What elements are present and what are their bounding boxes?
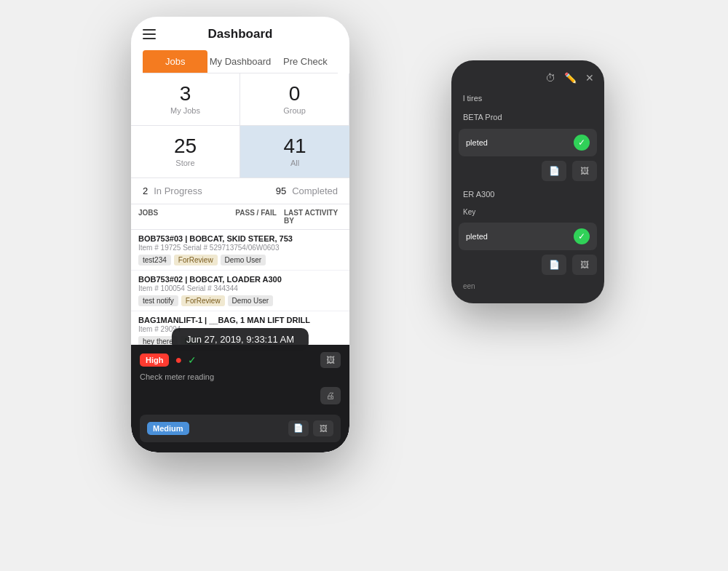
back-completed2-badge: ✓ [574,228,590,244]
stat-group-number: 0 [240,84,349,104]
stat-store-label: Store [131,159,240,167]
job-sub-1: Item # 19725 Serial # 529713754/06W0603 [138,244,342,252]
col-last-activity: LAST ACTIVITY BY [284,209,342,225]
job-row-1[interactable]: BOB753#03 | BOBCAT, SKID STEER, 753 Item… [131,230,349,271]
high-image-btn[interactable]: 🖼 [320,352,341,368]
job-title-1: BOB753#03 | BOBCAT, SKID STEER, 753 [138,234,342,243]
stat-group-label: Group [240,106,349,115]
jobs-table-header: JOBS PASS / FAIL LAST ACTIVITY BY [131,204,349,230]
medium-actions: 📄 🖼 [288,420,333,436]
stat-store-number: 25 [131,136,240,156]
tab-jobs[interactable]: Jobs [143,50,207,73]
phone-header: Dashboard Jobs My Dashboard Pre Check [131,17,349,73]
hamburger-menu[interactable] [143,29,156,39]
back-beta-prod: BETA Prod [459,110,597,124]
job-row-2[interactable]: BOB753#02 | BOBCAT, LOADER A300 Item # 1… [131,271,349,311]
medium-badge: Medium [147,422,189,435]
completed-count: 95 [276,185,286,196]
scene: ⏱ ✏️ ✕ l tires BETA Prod pleted ✓ 📄 🖼 ER… [109,17,619,555]
high-priority-row: High ● ✓ 🖼 [140,352,341,368]
back-doc-btn2[interactable]: 📄 [542,255,566,275]
job-sub-2: Item # 100054 Serial # 344344 [138,284,342,292]
title-bar: Dashboard [143,27,338,41]
job-title-3: BAG1MANLIFT-1 | __BAG, 1 MAN LIFT DRILL [138,316,342,324]
back-actions: 📄 🖼 [459,161,597,181]
back-loader-label: ER A300 [459,187,597,201]
in-progress-label: In Progress [154,185,202,196]
back-completed2-text: pleted [466,232,488,241]
check-meter-label: Check meter reading [140,372,341,381]
stat-all-label: All [240,159,349,167]
timestamp-overlay: Jun 27, 2019, 9:33:11 AM [172,328,309,351]
timer-icon-back[interactable]: ⏱ [545,72,555,84]
tag-user-2: Demo User [228,295,274,306]
col-jobs: JOBS [138,209,235,225]
medium-priority-row: Medium 📄 🖼 [140,415,341,442]
medium-img-btn[interactable]: 🖼 [313,420,333,436]
edit-icon-back[interactable]: ✏️ [564,72,577,84]
back-completed-text: pleted [466,138,488,147]
in-progress-count: 2 [143,185,148,196]
back-doc-btn[interactable]: 📄 [542,161,566,181]
back-completed-badge: ✓ [574,135,590,151]
high-dot-icon: ● [175,354,182,367]
timestamp-text: Jun 27, 2019, 9:33:11 AM [186,334,294,345]
back-tires-label: l tires [459,91,597,105]
job-title-2: BOB753#02 | BOBCAT, LOADER A300 [138,275,342,284]
tag-status-1: ForReview [174,255,218,265]
back-img-btn[interactable]: 🖼 [572,161,597,181]
stat-all[interactable]: 41 All [240,125,349,177]
progress-row: 2 In Progress 95 Completed [131,178,349,204]
close-icon-back[interactable]: ✕ [585,72,594,84]
completed-label: Completed [292,185,338,196]
back-completed2-row: pleted ✓ [459,223,597,250]
stat-my-jobs-label: My Jobs [131,106,240,115]
high-badge: High [140,354,169,367]
tag-status-2: ForReview [181,295,225,306]
tab-bar: Jobs My Dashboard Pre Check [143,50,338,73]
stat-all-number: 41 [240,136,349,156]
print-button[interactable]: 🖨 [320,387,341,404]
stat-group: 0 Group [240,73,349,125]
back-key-label: Key [459,206,597,218]
medium-doc-btn[interactable]: 📄 [288,420,309,436]
tag-user-1: Demo User [221,255,266,265]
page-title: Dashboard [208,27,273,41]
stat-my-jobs-number: 3 [131,84,240,104]
phone-back: ⏱ ✏️ ✕ l tires BETA Prod pleted ✓ 📄 🖼 ER… [451,60,604,303]
phone-front: Dashboard Jobs My Dashboard Pre Check 3 … [131,17,349,452]
back-completed-row: pleted ✓ [459,129,597,156]
col-pass-fail: PASS / FAIL [235,209,284,225]
bottom-overlay: High ● ✓ 🖼 Check meter reading 🖨 Medium … [131,345,349,452]
tag-name-1: test234 [138,255,171,265]
back-green-label: een [459,281,597,292]
tab-my-dashboard[interactable]: My Dashboard [207,50,272,73]
high-check-icon: ✓ [188,354,197,366]
stat-store: 25 Store [131,125,240,177]
stats-grid: 3 My Jobs 0 Group 25 Store 41 All [131,73,349,178]
job-tags-1: test234 ForReview Demo User [138,255,342,265]
tab-pre-check[interactable]: Pre Check [273,50,338,73]
stat-my-jobs: 3 My Jobs [131,73,240,125]
job-tags-2: test notify ForReview Demo User [138,295,342,306]
tag-name-2: test notify [138,295,178,306]
back-actions2: 📄 🖼 [459,255,597,275]
back-phone-header: ⏱ ✏️ ✕ [459,72,597,84]
back-img-btn2[interactable]: 🖼 [572,255,597,275]
